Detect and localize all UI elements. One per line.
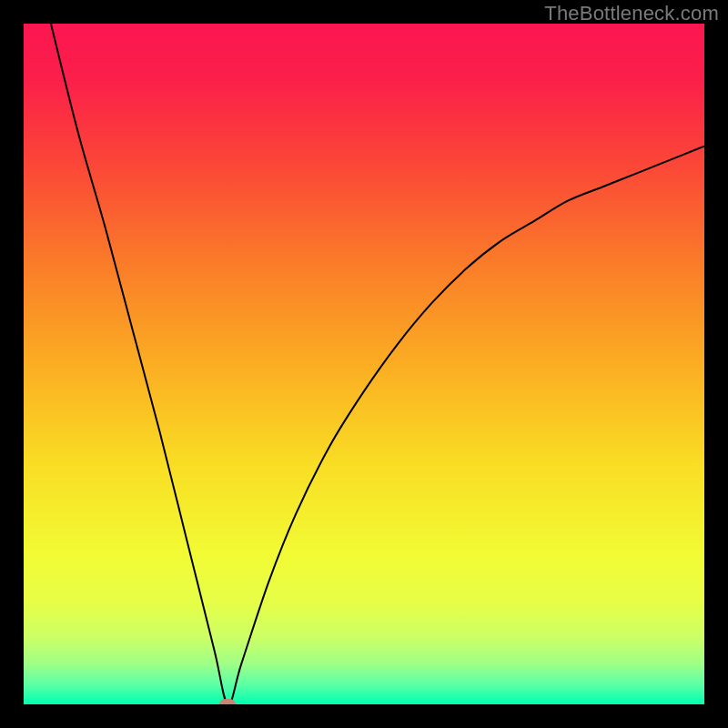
chart-frame: TheBottleneck.com — [0, 0, 728, 728]
bottleneck-curve — [24, 24, 704, 704]
watermark-text: TheBottleneck.com — [544, 2, 719, 25]
plot-area — [24, 24, 704, 704]
minimum-marker-icon — [219, 699, 236, 704]
